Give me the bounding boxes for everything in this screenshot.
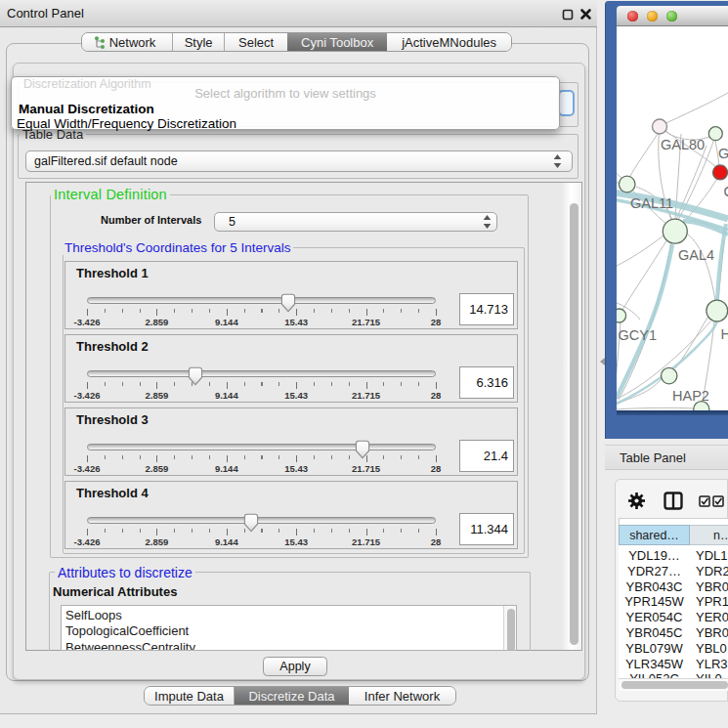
- svg-text:H: H: [721, 326, 728, 342]
- svg-text:GCY1: GCY1: [619, 327, 658, 343]
- svg-text:C: C: [724, 184, 728, 199]
- svg-text:GAL4: GAL4: [678, 247, 714, 263]
- svg-text:GAL11: GAL11: [630, 195, 673, 211]
- svg-text:G.: G.: [718, 146, 728, 161]
- svg-text:GAL80: GAL80: [661, 137, 705, 152]
- svg-text:HAP2: HAP2: [672, 388, 709, 404]
